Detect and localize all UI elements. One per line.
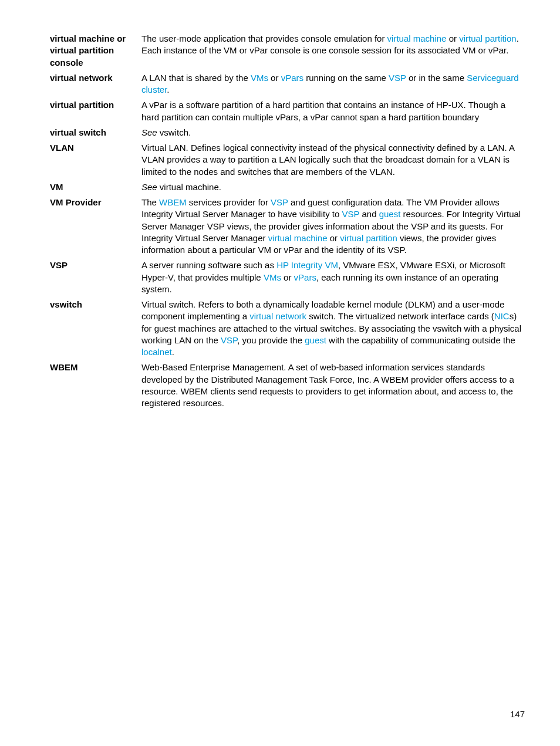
glossary-definition: See vswitch. [141, 127, 525, 139]
glossary-link[interactable]: NIC [494, 311, 510, 321]
glossary-text: The user-mode application that provides … [141, 33, 387, 43]
glossary-text: The [141, 197, 159, 207]
glossary-term: WBEM [50, 362, 141, 373]
glossary-text: switch. The virtualized network interfac… [306, 311, 494, 321]
glossary-text: or in the same [406, 73, 467, 83]
glossary-page: virtual machine or virtual partition con… [0, 0, 560, 409]
glossary-text: services provider for [187, 197, 271, 207]
glossary-entry: virtual networkA LAN that is shared by t… [50, 72, 525, 96]
see-reference: See [141, 182, 157, 192]
glossary-text: or [328, 233, 340, 243]
glossary-link[interactable]: virtual machine [268, 233, 328, 243]
glossary-text: Virtual LAN. Defines logical connectivit… [141, 143, 514, 177]
glossary-text: Web-Based Enterprise Management. A set o… [141, 362, 514, 408]
glossary-text: A server running software such as [141, 260, 276, 270]
page-number: 147 [510, 709, 525, 719]
glossary-link[interactable]: VMs [264, 272, 281, 282]
glossary-term: vswitch [50, 299, 141, 310]
glossary-term: virtual switch [50, 127, 141, 139]
glossary-definition: A server running software such as HP Int… [141, 259, 525, 295]
glossary-entry: virtual machine or virtual partition con… [50, 33, 525, 69]
glossary-link[interactable]: HP Integrity VM [276, 260, 338, 270]
glossary-text: virtual machine. [157, 182, 221, 192]
glossary-entry: virtual switchSee vswitch. [50, 127, 525, 139]
glossary-text: , you provide the [237, 335, 305, 345]
glossary-text: A LAN that is shared by the [141, 73, 251, 83]
glossary-text: A vPar is a software partition of a hard… [141, 100, 505, 121]
glossary-text: with the capability of communicating out… [326, 335, 515, 345]
glossary-link[interactable]: vPars [281, 73, 303, 83]
glossary-link[interactable]: WBEM [159, 197, 187, 207]
glossary-definition: Virtual switch. Refers to both a dynamic… [141, 299, 525, 358]
glossary-entries: virtual machine or virtual partition con… [50, 33, 525, 409]
glossary-entry: VM ProviderThe WBEM services provider fo… [50, 197, 525, 256]
glossary-entry: WBEMWeb-Based Enterprise Management. A s… [50, 362, 525, 409]
glossary-link[interactable]: virtual partition [459, 33, 517, 43]
glossary-link[interactable]: VSP [342, 209, 360, 219]
glossary-term: VSP [50, 259, 141, 271]
glossary-entry: VMSee virtual machine. [50, 181, 525, 193]
glossary-term: virtual machine or virtual partition con… [50, 33, 141, 69]
glossary-link[interactable]: VSP [271, 197, 288, 207]
glossary-definition: Web-Based Enterprise Management. A set o… [141, 362, 525, 409]
glossary-term: virtual network [50, 72, 141, 84]
glossary-link[interactable]: virtual machine [387, 33, 447, 43]
glossary-term: VLAN [50, 142, 141, 154]
glossary-term: virtual partition [50, 99, 141, 111]
glossary-text: and [359, 209, 379, 219]
glossary-link[interactable]: VSP [221, 335, 237, 345]
glossary-link[interactable]: virtual partition [340, 233, 397, 243]
see-reference: See [141, 127, 157, 137]
glossary-link[interactable]: virtual network [249, 311, 306, 321]
glossary-entry: vswitchVirtual switch. Refers to both a … [50, 299, 525, 358]
glossary-link[interactable]: guest [305, 335, 326, 345]
glossary-link[interactable]: vPars [294, 272, 316, 282]
glossary-term: VM [50, 181, 141, 193]
glossary-entry: VLANVirtual LAN. Defines logical connect… [50, 142, 525, 178]
glossary-definition: Virtual LAN. Defines logical connectivit… [141, 142, 525, 178]
glossary-link[interactable]: VSP [389, 73, 406, 83]
glossary-text: . [172, 347, 174, 357]
glossary-definition: The WBEM services provider for VSP and g… [141, 197, 525, 256]
glossary-link[interactable]: guest [379, 209, 401, 219]
glossary-link[interactable]: VMs [251, 73, 268, 83]
glossary-text: or [268, 73, 281, 83]
glossary-text: . [167, 85, 169, 94]
glossary-text: or [446, 33, 459, 43]
glossary-term: VM Provider [50, 197, 141, 208]
glossary-definition: The user-mode application that provides … [141, 33, 525, 57]
glossary-text: or [281, 272, 294, 282]
glossary-definition: See virtual machine. [141, 181, 525, 193]
glossary-definition: A vPar is a software partition of a hard… [141, 99, 525, 123]
glossary-text: running on the same [303, 73, 389, 83]
glossary-text: vswitch. [157, 127, 191, 137]
glossary-entry: virtual partitionA vPar is a software pa… [50, 99, 525, 123]
glossary-entry: VSPA server running software such as HP … [50, 259, 525, 295]
glossary-link[interactable]: localnet [141, 347, 172, 357]
glossary-definition: A LAN that is shared by the VMs or vPars… [141, 72, 525, 96]
